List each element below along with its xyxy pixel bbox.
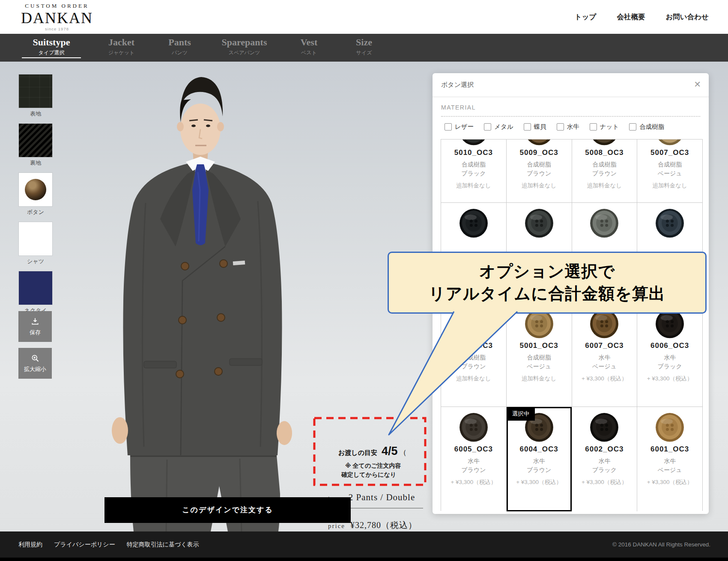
checkbox-icon[interactable] xyxy=(524,123,531,131)
button-color: ブラウン xyxy=(592,170,617,178)
button-option-6006_OC3[interactable]: 6006_OC3水牛ブラック+ ¥3,300（税込） xyxy=(637,303,702,407)
order-note-line2: 確定してからになり xyxy=(341,471,396,479)
button-image xyxy=(655,140,685,145)
button-color: ブラウン xyxy=(461,466,486,474)
button-image xyxy=(655,208,685,238)
button-code: 5010_OC3 xyxy=(454,148,493,157)
checkbox-icon[interactable] xyxy=(629,123,636,131)
action-label: 保存 xyxy=(30,329,41,336)
tabbar: Suitstypeタイプ選択JacketジャケットPantsパンツSparepa… xyxy=(0,34,728,62)
button-price: + ¥3,300（税込） xyxy=(582,478,627,486)
checkbox-icon[interactable] xyxy=(590,123,597,131)
logo-top-text: CUSTOM ORDER xyxy=(21,3,93,9)
top-nav-link-2[interactable]: お問い合わせ xyxy=(665,12,709,22)
button-image xyxy=(589,140,619,145)
button-code: 5009_OC3 xyxy=(520,148,558,157)
button-code: 6007_OC3 xyxy=(585,341,624,350)
button-option-5001_OC3[interactable]: 5001_OC3合成樹脂ベージュ追加料金なし xyxy=(507,303,572,407)
filter-3[interactable]: 水牛 xyxy=(557,123,579,131)
top-nav-link-0[interactable]: トップ xyxy=(575,12,597,22)
button-color: ベージュ xyxy=(527,363,551,371)
button-image xyxy=(459,140,489,145)
button-price: + ¥3,300（税込） xyxy=(451,478,496,486)
button-option-5002_OC3[interactable]: 5002_OC3合成樹脂ブラウン追加料金なし xyxy=(441,303,507,407)
zoom-scale-button[interactable]: 拡大縮小 xyxy=(18,348,52,379)
filter-4[interactable]: ナット xyxy=(590,123,619,131)
tab-vest[interactable]: Vestベスト xyxy=(289,34,329,62)
tab-pants[interactable]: Pantsパンツ xyxy=(159,34,200,62)
filter-0[interactable]: レザー xyxy=(445,123,474,131)
logo[interactable]: CUSTOM ORDER DANKAN since 1978 xyxy=(21,3,93,31)
button-code: 5007_OC3 xyxy=(650,148,689,157)
button-code: 5001_OC3 xyxy=(520,341,558,350)
button-option-5009_OC3[interactable]: 5009_OC3合成樹脂ブラウン追加料金なし xyxy=(507,140,572,202)
tab-sparepants[interactable]: Sparepantsスペアパンツ xyxy=(215,34,273,62)
button-image xyxy=(655,412,685,442)
button-material: 合成樹脂 xyxy=(462,354,486,362)
button-material: 合成樹脂 xyxy=(658,161,682,169)
tab-label-jp: タイプ選択 xyxy=(19,49,84,56)
checkbox-icon[interactable] xyxy=(484,123,491,131)
material-section-label: MATERIAL xyxy=(441,104,700,117)
button-price: 追加料金なし xyxy=(652,182,687,190)
button-price: + ¥3,300（税込） xyxy=(582,375,627,383)
herringbone-swatch[interactable] xyxy=(19,124,52,157)
panel-header: ボタン選択 ✕ xyxy=(433,73,709,97)
tie-navy-swatch[interactable] xyxy=(19,271,52,305)
tab-suitstype[interactable]: Suitstypeタイプ選択 xyxy=(19,34,84,62)
download-icon xyxy=(31,317,39,327)
tab-label-en: Sparepants xyxy=(215,37,273,48)
sidebar-item-1[interactable]: 裏地 xyxy=(18,124,53,167)
button-option-5010_OC3[interactable]: 5010_OC3合成樹脂ブラック追加料金なし xyxy=(441,140,507,202)
sidebar-item-2[interactable]: ボタン xyxy=(18,173,53,216)
button-image xyxy=(524,208,554,238)
button-option-6001_OC3[interactable]: 6001_OC3水牛ベージュ+ ¥3,300（税込） xyxy=(637,407,702,511)
filter-2[interactable]: 蝶貝 xyxy=(524,123,546,131)
suit-model-image xyxy=(60,62,385,531)
button-option-5008_OC3[interactable]: 5008_OC3合成樹脂ブラウン追加料金なし xyxy=(572,140,638,202)
button-material: 水牛 xyxy=(664,354,676,362)
button-color: ブラック xyxy=(657,363,682,371)
button-code: 6004_OC3 xyxy=(520,445,558,454)
site-footer: 利用規約プライバシーポリシー特定商取引法に基づく表示 © 2016 DANKAN… xyxy=(0,531,728,561)
order-cta-button[interactable]: このデザインで注文する xyxy=(104,497,351,523)
save-button[interactable]: 保存 xyxy=(18,311,52,342)
button-material: 水牛 xyxy=(533,457,545,465)
button-grid: 5010_OC3合成樹脂ブラック追加料金なし5009_OC3合成樹脂ブラウン追加… xyxy=(441,139,703,511)
sidebar-item-0[interactable]: 表地 xyxy=(18,74,53,118)
fabric-dark-swatch[interactable] xyxy=(19,74,52,108)
tab-size[interactable]: Sizeサイズ xyxy=(345,34,383,62)
button-image xyxy=(524,140,554,145)
footer-link-0[interactable]: 利用規約 xyxy=(18,541,42,549)
sidebar-item-label: シャツ xyxy=(18,258,53,265)
button-price: + ¥3,300（税込） xyxy=(647,375,693,383)
logo-main-text: DANKAN xyxy=(21,10,93,26)
button-option-5007_OC3[interactable]: 5007_OC3合成樹脂ベージュ追加料金なし xyxy=(637,140,702,202)
button-price: + ¥3,300（税込） xyxy=(516,478,562,486)
button-price: 追加料金なし xyxy=(456,375,491,383)
button-image xyxy=(589,208,619,238)
footer-link-2[interactable]: 特定商取引法に基づく表示 xyxy=(127,541,199,549)
sidebar-item-3[interactable]: シャツ xyxy=(18,222,53,265)
button-photo-swatch[interactable] xyxy=(19,173,52,206)
checkbox-icon[interactable] xyxy=(445,123,452,131)
sidebar-actions: 保存拡大縮小 xyxy=(18,311,53,385)
tab-jacket[interactable]: Jacketジャケット xyxy=(99,34,144,62)
logo-sub-text: since 1978 xyxy=(21,27,93,31)
filter-5[interactable]: 合成樹脂 xyxy=(629,123,664,131)
checkbox-icon[interactable] xyxy=(557,123,564,131)
button-option-6002_OC3[interactable]: 6002_OC3水牛ブラック+ ¥3,300（税込） xyxy=(572,407,638,511)
filter-label: 水牛 xyxy=(567,123,579,131)
button-option-6007_OC3[interactable]: 6007_OC3水牛ベージュ+ ¥3,300（税込） xyxy=(572,303,638,407)
sidebar-item-4[interactable]: ネクタイ xyxy=(18,271,53,315)
button-option-6004_OC3[interactable]: 選択中6004_OC3水牛ブラウン+ ¥3,300（税込） xyxy=(507,407,572,511)
shirt-white-swatch[interactable] xyxy=(19,222,52,255)
footer-link-1[interactable]: プライバシーポリシー xyxy=(54,541,115,549)
button-option-6005_OC3[interactable]: 6005_OC3水牛ブラウン+ ¥3,300（税込） xyxy=(441,407,507,511)
footer-links: 利用規約プライバシーポリシー特定商取引法に基づく表示 xyxy=(18,531,199,558)
type-value: 2 Pants / Double xyxy=(349,492,415,502)
button-code: 6006_OC3 xyxy=(650,341,689,350)
filter-1[interactable]: メタル xyxy=(484,123,513,131)
top-nav-link-1[interactable]: 会社概要 xyxy=(617,12,645,22)
close-icon[interactable]: ✕ xyxy=(694,79,701,89)
